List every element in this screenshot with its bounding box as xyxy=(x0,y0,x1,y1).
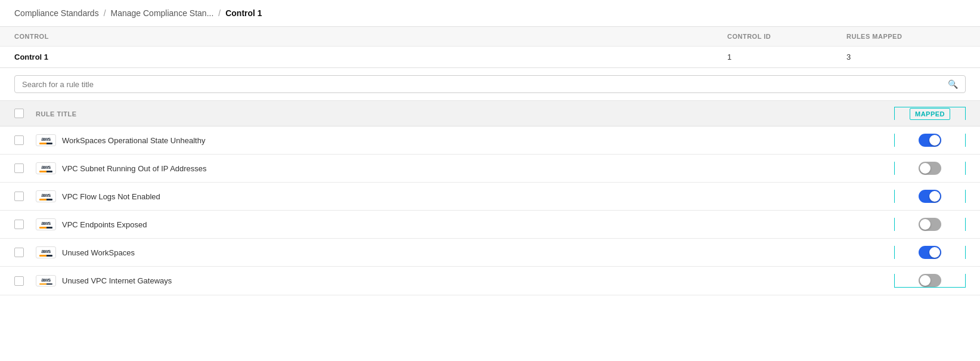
table-row: aws VPC Endpoints Exposed xyxy=(0,211,980,239)
select-all-checkbox[interactable] xyxy=(14,109,24,118)
rule-title-text: VPC Flow Logs Not Enabled xyxy=(62,192,160,201)
rule-title-text: VPC Subnet Running Out of IP Addresses xyxy=(62,164,207,173)
rule-provider-icon: aws xyxy=(36,190,57,202)
breadcrumb-compliance-standards[interactable]: Compliance Standards xyxy=(14,8,99,18)
rule-mapped-toggle[interactable] xyxy=(919,274,941,287)
search-bar: 🔍 xyxy=(14,75,966,93)
rules-mapped-value: 3 xyxy=(846,53,851,61)
rule-mapped-toggle[interactable] xyxy=(919,246,941,259)
aws-logo: aws xyxy=(36,218,56,230)
aws-logo: aws xyxy=(36,246,56,258)
rule-checkbox-col xyxy=(14,248,36,257)
table-row: aws Unused WorkSpaces xyxy=(0,239,980,267)
rule-checkbox-col xyxy=(14,192,36,201)
rule-title-col-header: RULE TITLE xyxy=(36,109,894,118)
control-name: Control 1 xyxy=(14,53,48,61)
toggle-thumb xyxy=(920,275,931,286)
rule-checkbox-col xyxy=(14,276,36,286)
toggle-thumb xyxy=(929,247,940,258)
rule-mapped-toggle[interactable] xyxy=(919,190,941,203)
aws-logo-bar xyxy=(39,255,52,257)
mapped-header-text: MAPPED xyxy=(910,108,950,120)
rule-title-col: VPC Flow Logs Not Enabled xyxy=(62,192,894,201)
rule-checkbox[interactable] xyxy=(14,220,24,229)
control-col-header: CONTROL xyxy=(14,33,727,40)
rule-title-text: WorkSpaces Operational State Unhealthy xyxy=(62,136,205,145)
control-id-col-header: CONTROL ID xyxy=(727,33,846,40)
rule-checkbox-col xyxy=(14,163,36,173)
rule-provider-icon: aws xyxy=(36,275,57,287)
control-table: CONTROL CONTROL ID RULES MAPPED Control … xyxy=(0,27,980,68)
control-table-header: CONTROL CONTROL ID RULES MAPPED xyxy=(0,27,980,46)
rule-mapped-col[interactable] xyxy=(894,218,966,231)
rule-title-col: Unused VPC Internet Gateways xyxy=(62,276,894,285)
rule-mapped-toggle[interactable] xyxy=(919,134,941,147)
rules-mapped-col-header: RULES MAPPED xyxy=(846,33,966,40)
rule-checkbox[interactable] xyxy=(14,163,24,173)
aws-logo-bar xyxy=(39,171,52,172)
aws-logo: aws xyxy=(36,162,56,174)
rule-mapped-toggle[interactable] xyxy=(919,162,941,175)
aws-logo-bar xyxy=(39,227,52,229)
aws-logo-text: aws xyxy=(41,164,51,170)
rule-provider-icon: aws xyxy=(36,218,57,230)
toggle-thumb xyxy=(920,163,931,174)
breadcrumb-control1: Control 1 xyxy=(225,8,262,18)
rule-mapped-col[interactable] xyxy=(894,162,966,175)
toggle-thumb xyxy=(920,219,931,230)
aws-logo-text: aws xyxy=(41,248,51,254)
rule-title-text: Unused VPC Internet Gateways xyxy=(62,276,172,285)
rule-title-text: VPC Endpoints Exposed xyxy=(62,220,147,229)
aws-logo: aws xyxy=(36,134,56,146)
toggle-thumb xyxy=(929,135,940,146)
rule-title-col: Unused WorkSpaces xyxy=(62,248,894,257)
table-row: aws VPC Flow Logs Not Enabled xyxy=(0,183,980,211)
rule-mapped-col[interactable] xyxy=(894,246,966,259)
aws-logo-text: aws xyxy=(41,277,51,283)
rule-title-text: Unused WorkSpaces xyxy=(62,248,135,257)
rule-mapped-col[interactable] xyxy=(894,190,966,203)
aws-logo-text: aws xyxy=(41,136,51,142)
search-icon: 🔍 xyxy=(948,79,958,89)
aws-logo: aws xyxy=(36,275,56,287)
rule-provider-icon: aws xyxy=(36,246,57,258)
toggle-thumb xyxy=(929,191,940,202)
search-input[interactable] xyxy=(22,80,948,89)
rule-checkbox-col xyxy=(14,135,36,145)
rule-checkbox[interactable] xyxy=(14,135,24,145)
aws-logo: aws xyxy=(36,190,56,202)
header-check-col xyxy=(14,109,36,118)
mapped-col-header: MAPPED xyxy=(894,107,966,120)
rule-mapped-toggle[interactable] xyxy=(919,218,941,231)
aws-logo-text: aws xyxy=(41,220,51,226)
rule-title-header-text: RULE TITLE xyxy=(36,110,77,118)
rule-provider-icon: aws xyxy=(36,162,57,174)
control-table-row: Control 1 1 3 xyxy=(0,46,980,67)
table-row: aws Unused VPC Internet Gateways xyxy=(0,267,980,295)
aws-logo-text: aws xyxy=(41,192,51,198)
aws-logo-bar xyxy=(39,199,52,200)
rule-title-col: VPC Subnet Running Out of IP Addresses xyxy=(62,164,894,173)
breadcrumb: Compliance Standards / Manage Compliance… xyxy=(0,0,980,27)
rule-checkbox-col xyxy=(14,220,36,229)
rule-checkbox[interactable] xyxy=(14,192,24,201)
breadcrumb-manage-compliance[interactable]: Manage Compliance Stan... xyxy=(111,8,214,18)
search-bar-container: 🔍 xyxy=(0,68,980,101)
breadcrumb-sep-2: / xyxy=(218,8,221,18)
rule-title-col: VPC Endpoints Exposed xyxy=(62,220,894,229)
rule-checkbox[interactable] xyxy=(14,248,24,257)
rule-mapped-col[interactable] xyxy=(894,274,966,288)
aws-logo-bar xyxy=(39,143,52,144)
table-row: aws VPC Subnet Running Out of IP Address… xyxy=(0,155,980,183)
rules-list-header: RULE TITLE MAPPED xyxy=(0,101,980,126)
rule-provider-icon: aws xyxy=(36,134,57,146)
aws-logo-bar xyxy=(39,283,52,285)
rules-section: RULE TITLE MAPPED aws WorkSpaces Operati… xyxy=(0,101,980,295)
rule-title-col: WorkSpaces Operational State Unhealthy xyxy=(62,136,894,145)
rule-checkbox[interactable] xyxy=(14,276,24,286)
rules-rows-container: aws WorkSpaces Operational State Unhealt… xyxy=(0,126,980,295)
rule-mapped-col[interactable] xyxy=(894,134,966,147)
breadcrumb-sep-1: / xyxy=(104,8,106,18)
control-id-value: 1 xyxy=(727,53,731,61)
table-row: aws WorkSpaces Operational State Unhealt… xyxy=(0,126,980,155)
